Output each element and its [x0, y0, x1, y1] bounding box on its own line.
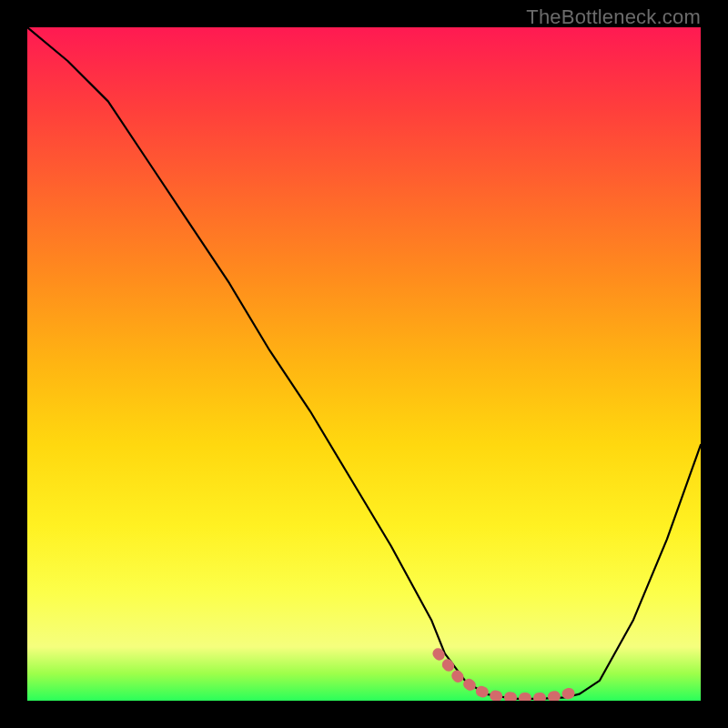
- watermark-text: TheBottleneck.com: [526, 5, 701, 29]
- trough-highlight: [438, 653, 579, 698]
- main-curve: [27, 27, 701, 699]
- curve-layer: [27, 27, 701, 701]
- chart-frame: TheBottleneck.com: [0, 0, 728, 728]
- plot-area: [27, 27, 701, 701]
